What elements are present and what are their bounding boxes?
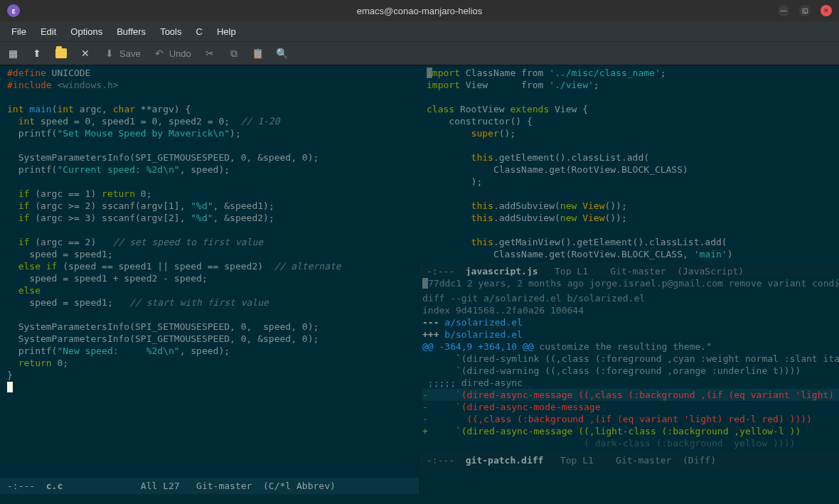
folder-icon xyxy=(55,48,67,59)
menu-file[interactable]: File xyxy=(6,23,32,40)
paste-icon: 📋 xyxy=(252,48,264,59)
point-cursor xyxy=(7,382,13,392)
diff-buffer-code[interactable]: diff --git a/solarized.el b/solarized.el… xyxy=(419,291,839,452)
undo-button[interactable]: ↶Undo xyxy=(154,48,191,59)
upload-icon: ⬆ xyxy=(31,48,43,59)
menu-tools[interactable]: Tools xyxy=(154,23,187,40)
menu-options[interactable]: Options xyxy=(65,23,108,40)
new-file-button[interactable]: ▦ xyxy=(7,48,18,59)
js-buffer-modeline[interactable]: -:--- javascript.js Top L1 Git-master (J… xyxy=(419,263,839,276)
undo-icon: ↶ xyxy=(154,48,165,59)
window-titlebar: ε emacs@conao-manjaro-helios xyxy=(0,0,839,21)
editor-area: #define UNICODE #include <windows.h> int… xyxy=(0,65,839,494)
copy-button[interactable]: ⧉ xyxy=(228,48,240,59)
download-icon: ⬇ xyxy=(104,48,115,59)
cut-icon: ✂ xyxy=(204,48,215,59)
save-label: Save xyxy=(119,48,141,59)
minimize-button[interactable] xyxy=(778,5,789,16)
save-button[interactable]: ⬇Save xyxy=(104,48,141,59)
open-file-button[interactable]: ⬆ xyxy=(31,48,43,59)
menu-edit[interactable]: Edit xyxy=(35,23,62,40)
diff-buffer-pane[interactable]: 77ddc1 2 years, 2 months ago jorge.israe… xyxy=(419,276,839,494)
right-split: import ClassName from '../misc/class_nam… xyxy=(419,65,839,494)
c-buffer-code[interactable]: #define UNICODE #include <windows.h> int… xyxy=(0,65,419,478)
cut-button[interactable]: ✂ xyxy=(204,48,215,59)
js-buffer-code[interactable]: import ClassName from '../misc/class_nam… xyxy=(419,65,839,263)
emacs-app-icon: ε xyxy=(7,4,20,17)
open-folder-button[interactable] xyxy=(55,48,67,59)
window-controls xyxy=(778,5,832,16)
menu-bar: File Edit Options Buffers Tools C Help xyxy=(0,21,839,41)
menu-buffers[interactable]: Buffers xyxy=(111,23,151,40)
close-icon: ✕ xyxy=(80,48,91,59)
menu-help[interactable]: Help xyxy=(211,23,242,40)
window-title: emacs@conao-manjaro-helios xyxy=(357,6,483,16)
tool-bar: ▦ ⬆ ✕ ⬇Save ↶Undo ✂ ⧉ 📋 🔍 xyxy=(0,41,839,65)
c-buffer-pane[interactable]: #define UNICODE #include <windows.h> int… xyxy=(0,65,419,494)
close-button[interactable] xyxy=(821,5,832,16)
js-buffer-pane[interactable]: import ClassName from '../misc/class_nam… xyxy=(419,65,839,276)
diff-buffer-modeline[interactable]: -:--- git-patch.diff Top L1 Git-master (… xyxy=(419,452,839,468)
c-buffer-modeline[interactable]: -:--- c.c All L27 Git-master (C/*l Abbre… xyxy=(0,478,419,494)
search-button[interactable]: 🔍 xyxy=(277,48,288,59)
minibuffer[interactable] xyxy=(0,494,839,504)
undo-label: Undo xyxy=(169,48,191,59)
new-file-icon: ▦ xyxy=(7,48,18,59)
copy-icon: ⧉ xyxy=(228,48,240,59)
menu-c[interactable]: C xyxy=(190,23,208,40)
maximize-button[interactable] xyxy=(799,5,811,16)
search-icon: 🔍 xyxy=(277,48,288,59)
paste-button[interactable]: 📋 xyxy=(252,48,264,59)
kill-buffer-button[interactable]: ✕ xyxy=(80,48,91,59)
git-commit-line: 77ddc1 2 years, 2 months ago jorge.israe… xyxy=(419,276,839,291)
